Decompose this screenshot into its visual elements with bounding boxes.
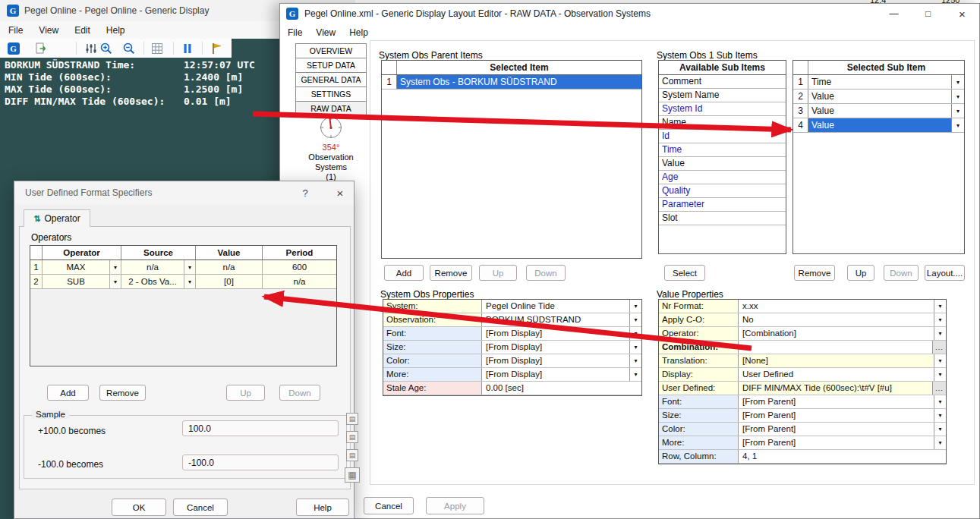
list-item[interactable]: Time xyxy=(659,143,786,157)
dropdown-arrow-icon[interactable]: ▾ xyxy=(951,75,964,89)
property-value[interactable]: x.xx xyxy=(739,300,934,313)
property-value[interactable]: [From Parent] xyxy=(739,409,934,422)
dialog-help-button[interactable]: Help xyxy=(296,499,349,516)
list-item[interactable]: Id xyxy=(659,130,786,143)
property-value[interactable]: [From Display] xyxy=(482,368,629,381)
tab-operator[interactable]: ⇅ Operator xyxy=(24,209,90,227)
dropdown-arrow-icon[interactable]: ▾ xyxy=(934,313,946,326)
layout-button[interactable]: Layout.... xyxy=(925,265,965,281)
list-item[interactable]: Value xyxy=(659,157,786,171)
list-item[interactable]: System Id xyxy=(659,102,786,116)
source-select[interactable]: n/a▾ xyxy=(121,260,196,274)
editor-cancel-button[interactable]: Cancel xyxy=(364,497,414,514)
dialog-remove-button[interactable]: Remove xyxy=(99,385,146,401)
property-value[interactable]: 0.00 [sec] xyxy=(482,382,641,395)
menu-help[interactable]: Help xyxy=(349,27,368,38)
dropdown-arrow-icon[interactable]: ▾ xyxy=(109,275,121,288)
sub-item-value-selected[interactable]: Value xyxy=(808,118,951,132)
table-row[interactable]: 4 Value ▾ xyxy=(793,118,964,133)
operator-select[interactable]: MAX▾ xyxy=(43,260,121,274)
ellipsis-button[interactable]: ... xyxy=(932,341,946,354)
dropdown-arrow-icon[interactable]: ▾ xyxy=(934,423,946,436)
window-edge-icon[interactable]: ▤ xyxy=(346,413,358,425)
operator-row[interactable]: 1 MAX▾ n/a▾ n/a 600 xyxy=(30,260,336,275)
menu-help[interactable]: Help xyxy=(106,25,125,36)
flag-icon[interactable] xyxy=(210,41,224,55)
table-row[interactable]: 2 Value ▾ xyxy=(793,90,964,104)
sample-negative-field[interactable]: -100.0 xyxy=(182,455,339,470)
sub-remove-button[interactable]: Remove xyxy=(794,265,835,281)
dropdown-arrow-icon[interactable]: ▾ xyxy=(934,368,946,381)
list-item[interactable]: Quality xyxy=(659,184,786,198)
dialog-close-button[interactable]: × xyxy=(327,181,353,204)
user-defined-format-value[interactable]: DIFF MIN/MAX Tide (600sec):\t#V [#u] xyxy=(739,382,932,395)
window-edge-grid-icon[interactable]: ▦ xyxy=(345,467,360,483)
dialog-help-button[interactable]: ? xyxy=(292,181,318,204)
dialog-ok-button[interactable]: OK xyxy=(112,499,166,516)
table-row[interactable]: 3 Value ▾ xyxy=(793,104,964,118)
dropdown-arrow-icon[interactable]: ▾ xyxy=(184,275,195,288)
list-item[interactable]: Parameter xyxy=(659,198,786,212)
property-value[interactable]: 4, 1 xyxy=(739,450,946,463)
menu-view[interactable]: View xyxy=(39,25,58,36)
selected-sub-items-table[interactable]: Selected Sub Item 1 Time ▾ 2 Value ▾ 3 V… xyxy=(793,60,965,254)
window-edge-icon[interactable]: ▤ xyxy=(346,449,358,461)
sample-positive-field[interactable]: 100.0 xyxy=(182,420,339,436)
property-value[interactable]: BORKUM SÜDSTRAND xyxy=(482,313,629,326)
dropdown-arrow-icon[interactable]: ▾ xyxy=(109,260,121,274)
parent-up-button[interactable]: Up xyxy=(479,265,517,281)
operator-row[interactable]: 2 SUB▾ 2 - Obs Va...▾ [0] n/a xyxy=(30,275,336,289)
property-value[interactable]: [Combination] xyxy=(739,327,934,340)
ellipsis-button[interactable]: ... xyxy=(932,382,946,395)
menu-edit[interactable]: Edit xyxy=(74,25,90,36)
grid-icon[interactable] xyxy=(150,41,164,55)
parent-items-table[interactable]: Selected Item 1 System Obs - BORKUM SÜDS… xyxy=(381,60,642,259)
menu-view[interactable]: View xyxy=(316,27,336,38)
dialog-down-button[interactable]: Down xyxy=(279,385,320,401)
nav-settings-button[interactable]: SETTINGS xyxy=(295,86,367,102)
dropdown-arrow-icon[interactable]: ▾ xyxy=(629,341,641,354)
dropdown-arrow-icon[interactable]: ▾ xyxy=(629,327,641,340)
dialog-cancel-button[interactable]: Cancel xyxy=(173,499,228,516)
property-value[interactable]: [From Parent] xyxy=(739,395,934,408)
dropdown-arrow-icon[interactable]: ▾ xyxy=(629,368,641,381)
dropdown-arrow-icon[interactable]: ▾ xyxy=(629,313,641,326)
dropdown-arrow-icon[interactable]: ▾ xyxy=(629,300,641,313)
close-button[interactable]: × xyxy=(945,4,979,24)
dialog-add-button[interactable]: Add xyxy=(47,385,89,401)
nav-setup-data-button[interactable]: SETUP DATA xyxy=(295,58,367,73)
filter-sliders-icon[interactable] xyxy=(84,41,98,55)
period-cell[interactable]: n/a xyxy=(263,275,336,288)
value-cell[interactable]: [0] xyxy=(196,275,263,288)
dropdown-arrow-icon[interactable]: ▾ xyxy=(951,118,964,132)
dropdown-arrow-icon[interactable]: ▾ xyxy=(934,395,946,408)
sub-item-value[interactable]: Value xyxy=(808,104,951,118)
dropdown-arrow-icon[interactable]: ▾ xyxy=(951,104,964,118)
nav-raw-data-button[interactable]: RAW DATA xyxy=(295,101,367,116)
dropdown-arrow-icon[interactable]: ▾ xyxy=(934,409,946,422)
operators-table[interactable]: Operator Source Value Period 1 MAX▾ n/a▾… xyxy=(30,245,337,366)
sub-item-value[interactable]: Time xyxy=(808,75,951,89)
source-select[interactable]: 2 - Obs Va...▾ xyxy=(121,275,196,288)
period-cell[interactable]: 600 xyxy=(263,260,336,274)
sub-item-value[interactable]: Value xyxy=(808,90,951,103)
dropdown-arrow-icon[interactable]: ▾ xyxy=(934,327,946,340)
pause-icon[interactable] xyxy=(180,41,194,55)
operator-select[interactable]: SUB▾ xyxy=(43,275,121,288)
titlebar[interactable]: G Pegel Online.xml - Generic Display Lay… xyxy=(280,4,979,24)
property-value[interactable]: [From Parent] xyxy=(739,423,934,436)
parent-add-button[interactable]: Add xyxy=(384,265,424,281)
parent-down-button[interactable]: Down xyxy=(526,265,566,281)
property-value[interactable]: [From Parent] xyxy=(739,436,934,449)
available-sub-items-list[interactable]: Available Sub Items Comment System Name … xyxy=(658,60,786,254)
dropdown-arrow-icon[interactable]: ▾ xyxy=(951,90,964,103)
list-item[interactable]: Slot xyxy=(659,212,786,225)
nav-overview-button[interactable]: OVERVIEW xyxy=(295,43,367,58)
zoom-out-icon[interactable] xyxy=(121,41,136,55)
property-value[interactable]: [From Display] xyxy=(482,354,629,367)
list-item[interactable]: System Name xyxy=(659,89,786,102)
select-button[interactable]: Select xyxy=(664,265,705,281)
property-value[interactable]: Pegel Online Tide xyxy=(482,300,629,313)
editor-apply-button[interactable]: Apply xyxy=(426,497,484,514)
selected-parent-item[interactable]: System Obs - BORKUM SÜDSTRAND xyxy=(397,75,641,89)
